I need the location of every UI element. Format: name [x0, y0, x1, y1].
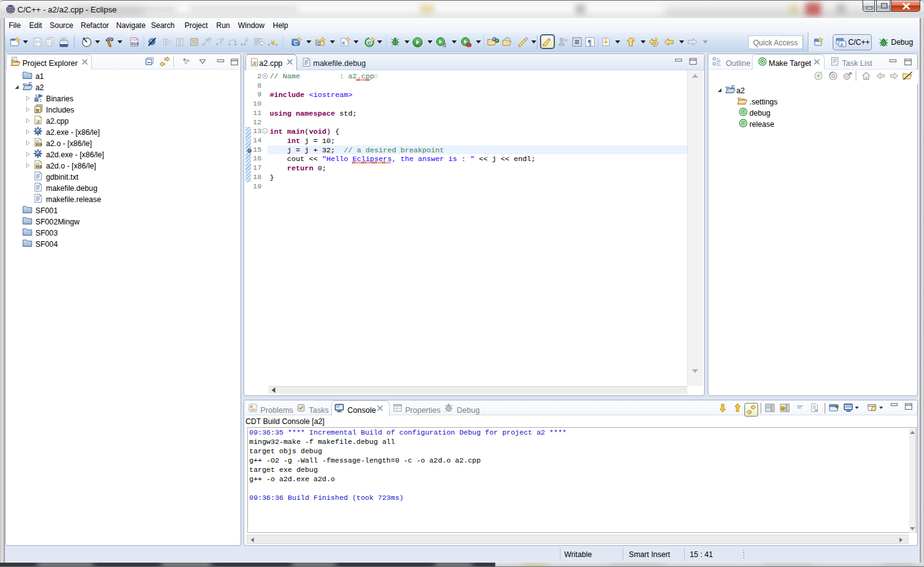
svg-text:C: C: [731, 84, 735, 90]
svg-text:1: 1: [40, 99, 42, 103]
svg-text:h: h: [36, 108, 39, 113]
svg-text:.c: .c: [36, 120, 40, 124]
svg-text:C: C: [29, 81, 32, 86]
svg-text:.c: .c: [252, 61, 256, 65]
svg-text:C: C: [318, 42, 320, 45]
svg-text:c: c: [841, 42, 844, 47]
svg-text:C: C: [294, 40, 298, 46]
svg-text:c: c: [342, 40, 345, 46]
svg-text:010: 010: [131, 42, 139, 46]
svg-text:¶: ¶: [588, 38, 592, 47]
svg-text:C: C: [368, 40, 372, 46]
svg-text:010: 010: [35, 143, 42, 147]
svg-text:010: 010: [35, 165, 42, 170]
